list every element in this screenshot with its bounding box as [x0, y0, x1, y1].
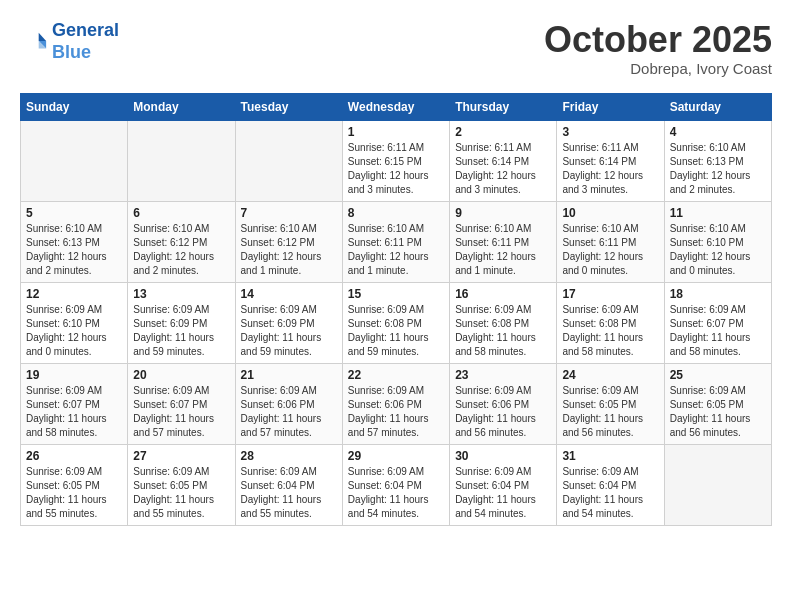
day-info: Sunrise: 6:09 AM Sunset: 6:08 PM Dayligh… — [562, 303, 658, 359]
weekday-header-saturday: Saturday — [664, 93, 771, 120]
day-info: Sunrise: 6:10 AM Sunset: 6:12 PM Dayligh… — [133, 222, 229, 278]
day-number: 19 — [26, 368, 122, 382]
day-info: Sunrise: 6:10 AM Sunset: 6:12 PM Dayligh… — [241, 222, 337, 278]
day-info: Sunrise: 6:09 AM Sunset: 6:06 PM Dayligh… — [241, 384, 337, 440]
calendar-table: SundayMondayTuesdayWednesdayThursdayFrid… — [20, 93, 772, 526]
calendar-cell: 20Sunrise: 6:09 AM Sunset: 6:07 PM Dayli… — [128, 363, 235, 444]
calendar-week-row: 12Sunrise: 6:09 AM Sunset: 6:10 PM Dayli… — [21, 282, 772, 363]
svg-marker-0 — [39, 32, 46, 40]
calendar-cell: 4Sunrise: 6:10 AM Sunset: 6:13 PM Daylig… — [664, 120, 771, 201]
calendar-cell: 28Sunrise: 6:09 AM Sunset: 6:04 PM Dayli… — [235, 444, 342, 525]
weekday-header-thursday: Thursday — [450, 93, 557, 120]
day-info: Sunrise: 6:09 AM Sunset: 6:08 PM Dayligh… — [348, 303, 444, 359]
calendar-cell: 22Sunrise: 6:09 AM Sunset: 6:06 PM Dayli… — [342, 363, 449, 444]
title-block: October 2025 Dobrepa, Ivory Coast — [544, 20, 772, 77]
day-info: Sunrise: 6:09 AM Sunset: 6:05 PM Dayligh… — [670, 384, 766, 440]
day-number: 7 — [241, 206, 337, 220]
day-number: 10 — [562, 206, 658, 220]
day-info: Sunrise: 6:10 AM Sunset: 6:13 PM Dayligh… — [26, 222, 122, 278]
location: Dobrepa, Ivory Coast — [544, 60, 772, 77]
day-number: 12 — [26, 287, 122, 301]
calendar-cell: 3Sunrise: 6:11 AM Sunset: 6:14 PM Daylig… — [557, 120, 664, 201]
day-info: Sunrise: 6:10 AM Sunset: 6:11 PM Dayligh… — [348, 222, 444, 278]
day-number: 16 — [455, 287, 551, 301]
day-number: 29 — [348, 449, 444, 463]
day-number: 6 — [133, 206, 229, 220]
day-info: Sunrise: 6:11 AM Sunset: 6:15 PM Dayligh… — [348, 141, 444, 197]
day-info: Sunrise: 6:09 AM Sunset: 6:06 PM Dayligh… — [455, 384, 551, 440]
calendar-cell: 1Sunrise: 6:11 AM Sunset: 6:15 PM Daylig… — [342, 120, 449, 201]
day-number: 2 — [455, 125, 551, 139]
day-info: Sunrise: 6:09 AM Sunset: 6:04 PM Dayligh… — [562, 465, 658, 521]
calendar-cell: 24Sunrise: 6:09 AM Sunset: 6:05 PM Dayli… — [557, 363, 664, 444]
weekday-header-friday: Friday — [557, 93, 664, 120]
day-number: 20 — [133, 368, 229, 382]
day-info: Sunrise: 6:10 AM Sunset: 6:11 PM Dayligh… — [455, 222, 551, 278]
day-number: 4 — [670, 125, 766, 139]
day-info: Sunrise: 6:09 AM Sunset: 6:05 PM Dayligh… — [562, 384, 658, 440]
calendar-cell: 30Sunrise: 6:09 AM Sunset: 6:04 PM Dayli… — [450, 444, 557, 525]
day-info: Sunrise: 6:09 AM Sunset: 6:07 PM Dayligh… — [670, 303, 766, 359]
day-info: Sunrise: 6:09 AM Sunset: 6:07 PM Dayligh… — [26, 384, 122, 440]
weekday-header-monday: Monday — [128, 93, 235, 120]
month-title: October 2025 — [544, 20, 772, 60]
day-number: 30 — [455, 449, 551, 463]
day-number: 27 — [133, 449, 229, 463]
calendar-cell — [235, 120, 342, 201]
calendar-cell: 10Sunrise: 6:10 AM Sunset: 6:11 PM Dayli… — [557, 201, 664, 282]
calendar-cell: 13Sunrise: 6:09 AM Sunset: 6:09 PM Dayli… — [128, 282, 235, 363]
day-number: 13 — [133, 287, 229, 301]
day-info: Sunrise: 6:09 AM Sunset: 6:05 PM Dayligh… — [133, 465, 229, 521]
calendar-cell: 15Sunrise: 6:09 AM Sunset: 6:08 PM Dayli… — [342, 282, 449, 363]
calendar-cell: 21Sunrise: 6:09 AM Sunset: 6:06 PM Dayli… — [235, 363, 342, 444]
calendar-cell: 26Sunrise: 6:09 AM Sunset: 6:05 PM Dayli… — [21, 444, 128, 525]
calendar-cell: 8Sunrise: 6:10 AM Sunset: 6:11 PM Daylig… — [342, 201, 449, 282]
day-info: Sunrise: 6:10 AM Sunset: 6:13 PM Dayligh… — [670, 141, 766, 197]
day-info: Sunrise: 6:09 AM Sunset: 6:09 PM Dayligh… — [241, 303, 337, 359]
calendar-cell: 29Sunrise: 6:09 AM Sunset: 6:04 PM Dayli… — [342, 444, 449, 525]
calendar-cell — [21, 120, 128, 201]
calendar-cell: 9Sunrise: 6:10 AM Sunset: 6:11 PM Daylig… — [450, 201, 557, 282]
weekday-header-tuesday: Tuesday — [235, 93, 342, 120]
day-number: 3 — [562, 125, 658, 139]
day-number: 17 — [562, 287, 658, 301]
day-number: 11 — [670, 206, 766, 220]
day-number: 25 — [670, 368, 766, 382]
calendar-week-row: 1Sunrise: 6:11 AM Sunset: 6:15 PM Daylig… — [21, 120, 772, 201]
weekday-header-sunday: Sunday — [21, 93, 128, 120]
day-number: 8 — [348, 206, 444, 220]
day-info: Sunrise: 6:09 AM Sunset: 6:04 PM Dayligh… — [455, 465, 551, 521]
calendar-header-row: SundayMondayTuesdayWednesdayThursdayFrid… — [21, 93, 772, 120]
logo-icon — [20, 28, 48, 56]
calendar-cell: 31Sunrise: 6:09 AM Sunset: 6:04 PM Dayli… — [557, 444, 664, 525]
calendar-cell: 18Sunrise: 6:09 AM Sunset: 6:07 PM Dayli… — [664, 282, 771, 363]
day-info: Sunrise: 6:11 AM Sunset: 6:14 PM Dayligh… — [455, 141, 551, 197]
day-number: 15 — [348, 287, 444, 301]
calendar-cell: 12Sunrise: 6:09 AM Sunset: 6:10 PM Dayli… — [21, 282, 128, 363]
day-number: 22 — [348, 368, 444, 382]
day-info: Sunrise: 6:09 AM Sunset: 6:09 PM Dayligh… — [133, 303, 229, 359]
day-info: Sunrise: 6:10 AM Sunset: 6:11 PM Dayligh… — [562, 222, 658, 278]
day-number: 21 — [241, 368, 337, 382]
calendar-week-row: 19Sunrise: 6:09 AM Sunset: 6:07 PM Dayli… — [21, 363, 772, 444]
day-info: Sunrise: 6:11 AM Sunset: 6:14 PM Dayligh… — [562, 141, 658, 197]
calendar-cell: 2Sunrise: 6:11 AM Sunset: 6:14 PM Daylig… — [450, 120, 557, 201]
calendar-week-row: 5Sunrise: 6:10 AM Sunset: 6:13 PM Daylig… — [21, 201, 772, 282]
calendar-cell: 27Sunrise: 6:09 AM Sunset: 6:05 PM Dayli… — [128, 444, 235, 525]
day-number: 18 — [670, 287, 766, 301]
page-header: GeneralBlue October 2025 Dobrepa, Ivory … — [20, 20, 772, 77]
calendar-cell: 5Sunrise: 6:10 AM Sunset: 6:13 PM Daylig… — [21, 201, 128, 282]
calendar-cell: 11Sunrise: 6:10 AM Sunset: 6:10 PM Dayli… — [664, 201, 771, 282]
calendar-cell: 6Sunrise: 6:10 AM Sunset: 6:12 PM Daylig… — [128, 201, 235, 282]
day-info: Sunrise: 6:09 AM Sunset: 6:10 PM Dayligh… — [26, 303, 122, 359]
day-number: 31 — [562, 449, 658, 463]
day-number: 14 — [241, 287, 337, 301]
day-number: 5 — [26, 206, 122, 220]
day-info: Sunrise: 6:09 AM Sunset: 6:06 PM Dayligh… — [348, 384, 444, 440]
day-info: Sunrise: 6:09 AM Sunset: 6:04 PM Dayligh… — [348, 465, 444, 521]
calendar-cell: 17Sunrise: 6:09 AM Sunset: 6:08 PM Dayli… — [557, 282, 664, 363]
calendar-cell: 23Sunrise: 6:09 AM Sunset: 6:06 PM Dayli… — [450, 363, 557, 444]
day-info: Sunrise: 6:09 AM Sunset: 6:05 PM Dayligh… — [26, 465, 122, 521]
calendar-cell: 19Sunrise: 6:09 AM Sunset: 6:07 PM Dayli… — [21, 363, 128, 444]
calendar-cell: 25Sunrise: 6:09 AM Sunset: 6:05 PM Dayli… — [664, 363, 771, 444]
